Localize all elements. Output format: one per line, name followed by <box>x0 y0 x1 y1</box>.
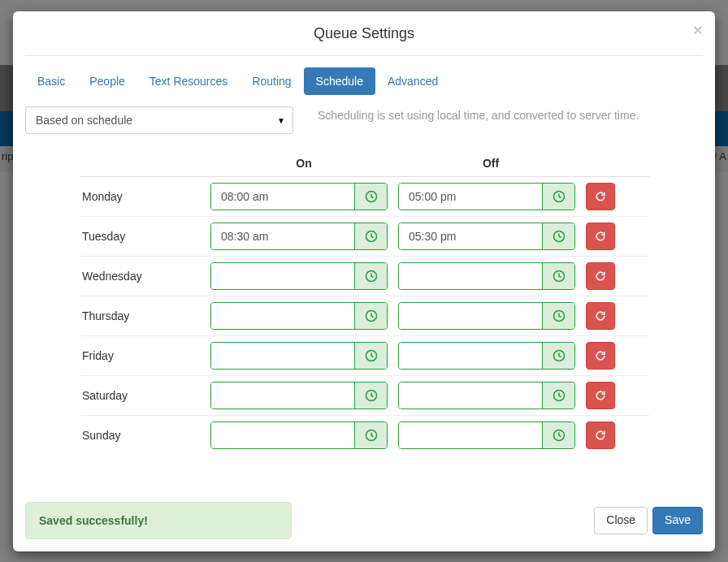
schedule-header-row: On Off <box>80 150 649 177</box>
clock-icon[interactable] <box>354 263 387 289</box>
reset-icon[interactable] <box>586 342 615 370</box>
time-off-input[interactable] <box>399 303 542 329</box>
clock-icon[interactable] <box>542 263 574 289</box>
day-label: Wednesday <box>80 270 200 283</box>
tab-advanced[interactable]: Advanced <box>375 67 450 95</box>
col-on-header: On <box>210 157 397 170</box>
tab-routing[interactable]: Routing <box>240 67 303 95</box>
time-on-input[interactable] <box>211 263 354 289</box>
reset-icon[interactable] <box>586 183 615 210</box>
time-on-input[interactable] <box>211 422 354 448</box>
day-label: Tuesday <box>80 230 200 243</box>
time-on-input[interactable] <box>211 343 354 369</box>
schedule-row: Sunday <box>80 416 649 455</box>
time-on-group <box>210 262 388 290</box>
clock-icon[interactable] <box>354 422 387 448</box>
time-off-input[interactable] <box>399 263 542 289</box>
time-on-group <box>210 422 388 449</box>
col-action-header <box>584 157 617 170</box>
modal-title: Queue Settings <box>37 24 691 44</box>
clock-icon[interactable] <box>542 383 574 409</box>
time-off-group <box>398 223 575 250</box>
time-on-group <box>210 382 388 409</box>
time-off-input[interactable] <box>399 184 542 210</box>
tab-list: BasicPeopleText ResourcesRoutingSchedule… <box>25 67 703 95</box>
schedule-row: Tuesday <box>80 217 649 257</box>
time-on-group <box>210 183 388 210</box>
time-off-input[interactable] <box>399 343 542 369</box>
clock-icon[interactable] <box>542 223 574 249</box>
day-label: Monday <box>80 190 200 203</box>
time-on-input[interactable] <box>211 383 354 409</box>
time-off-group <box>398 342 575 370</box>
save-button[interactable]: Save <box>652 507 703 534</box>
tab-schedule[interactable]: Schedule <box>304 67 375 95</box>
time-on-input[interactable] <box>211 303 354 329</box>
schedule-mode-wrapper: Based on schedule ▼ <box>25 106 293 134</box>
time-on-group <box>210 223 388 250</box>
clock-icon[interactable] <box>354 383 387 409</box>
schedule-row: Friday <box>80 336 649 376</box>
schedule-controls-row: Based on schedule ▼ Scheduling is set us… <box>25 106 703 134</box>
schedule-mode-select[interactable]: Based on schedule <box>25 106 293 134</box>
time-off-group <box>398 183 575 210</box>
clock-icon[interactable] <box>542 422 574 448</box>
tab-text-resources[interactable]: Text Resources <box>137 67 240 95</box>
clock-icon[interactable] <box>542 303 574 329</box>
day-label: Friday <box>80 349 200 362</box>
time-on-group <box>210 302 388 330</box>
time-off-group <box>398 422 575 449</box>
footer-buttons: Close Save <box>594 507 703 534</box>
clock-icon[interactable] <box>354 303 387 329</box>
clock-icon[interactable] <box>542 184 574 210</box>
time-off-group <box>398 302 575 330</box>
schedule-table: On Off MondayTuesdayWednesdayThursdayFri… <box>80 150 649 455</box>
schedule-row: Wednesday <box>80 257 649 296</box>
day-label: Thursday <box>80 309 200 322</box>
reset-icon[interactable] <box>586 422 615 449</box>
tab-people[interactable]: People <box>77 67 137 95</box>
time-off-input[interactable] <box>399 422 542 448</box>
col-day-header <box>80 157 210 170</box>
time-off-input[interactable] <box>399 383 542 409</box>
schedule-row: Thursday <box>80 296 649 336</box>
clock-icon[interactable] <box>354 184 387 210</box>
day-label: Saturday <box>80 389 200 402</box>
time-off-group <box>398 262 575 290</box>
reset-icon[interactable] <box>586 382 615 409</box>
tab-basic[interactable]: Basic <box>25 67 77 95</box>
reset-icon[interactable] <box>586 223 615 250</box>
clock-icon[interactable] <box>542 343 574 369</box>
time-off-input[interactable] <box>399 223 542 249</box>
time-on-group <box>210 342 388 370</box>
queue-settings-modal: Queue Settings × BasicPeopleText Resourc… <box>13 11 715 551</box>
schedule-row: Saturday <box>80 376 649 416</box>
close-button[interactable]: Close <box>594 507 648 534</box>
day-label: Sunday <box>80 429 200 442</box>
success-banner: Saved successfully! <box>25 502 292 539</box>
modal-body: BasicPeopleText ResourcesRoutingSchedule… <box>13 56 715 490</box>
modal-footer: Saved successfully! Close Save <box>13 490 715 551</box>
clock-icon[interactable] <box>354 343 387 369</box>
col-off-header: Off <box>397 157 584 170</box>
modal-header: Queue Settings × <box>25 11 703 56</box>
reset-icon[interactable] <box>586 302 615 330</box>
time-on-input[interactable] <box>211 184 354 210</box>
schedule-row: Monday <box>80 177 649 217</box>
reset-icon[interactable] <box>586 262 615 290</box>
schedule-help-text: Scheduling is set using local time, and … <box>318 106 703 134</box>
time-off-group <box>398 382 575 409</box>
close-icon[interactable]: × <box>693 21 703 38</box>
time-on-input[interactable] <box>211 223 354 249</box>
clock-icon[interactable] <box>354 223 387 249</box>
